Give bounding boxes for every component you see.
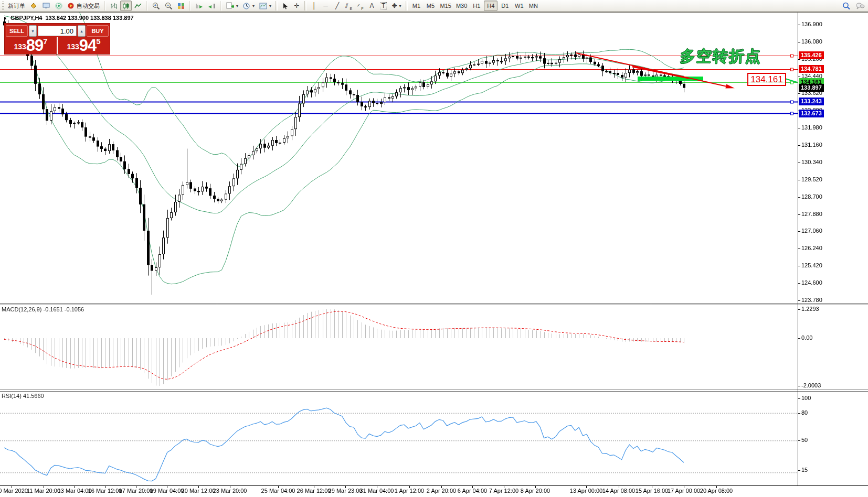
channel-icon: ⫽ xyxy=(345,3,348,9)
text-tool-button[interactable]: A xyxy=(366,1,377,11)
search-button[interactable] xyxy=(840,1,853,11)
buy-button[interactable]: BUY xyxy=(87,25,109,37)
text-tool-icon: A xyxy=(370,3,374,9)
crosshair-tool-button[interactable]: ✛ xyxy=(291,1,302,11)
hline-tool-button[interactable]: ─ xyxy=(320,1,331,11)
fibonacci-tool-button[interactable]: 𝄍 F xyxy=(355,1,366,11)
signals-button[interactable] xyxy=(53,1,65,11)
timeframe-m1[interactable]: M1 xyxy=(410,1,424,11)
trendline-tool-button[interactable]: ╱ xyxy=(332,1,343,11)
price-tick-label: 125.420 xyxy=(801,262,822,268)
bar-chart-icon xyxy=(110,3,118,9)
timeframe-h1[interactable]: H1 xyxy=(470,1,483,11)
price-tick-label: 124.600 xyxy=(801,279,822,286)
add-indicator-caret[interactable]: ▾ xyxy=(236,4,238,8)
chat-button[interactable] xyxy=(853,1,867,11)
time-axis-label: 1 Apr 12:00 xyxy=(395,488,424,494)
new-order-button[interactable]: 新订单 xyxy=(6,1,27,11)
charts-profile-button[interactable] xyxy=(28,1,40,11)
auto-scroll-button[interactable] xyxy=(193,1,205,11)
sell-price[interactable]: 133 89 7 xyxy=(5,37,58,54)
symbol-ohlc: 133.842 133.900 133.838 133.897 xyxy=(45,15,133,21)
line-chart-button[interactable] xyxy=(132,1,144,11)
zoom-in-icon xyxy=(152,2,160,9)
vline-icon: │ xyxy=(312,3,316,9)
collapse-icon[interactable]: ▲ xyxy=(3,16,7,20)
monitor-icon xyxy=(43,3,50,9)
macd-tick-label: 1.2293 xyxy=(801,306,819,312)
cursor-tool-button[interactable] xyxy=(280,1,291,11)
timeframe-m30[interactable]: M30 xyxy=(454,1,469,11)
buy-price-big: 94 xyxy=(79,38,96,53)
price-tick-label: 128.700 xyxy=(801,193,822,200)
arrows-icon: ✥ xyxy=(391,3,397,9)
time-axis-label: 23 Mar 20:00 xyxy=(213,488,247,494)
price-tick-label: 130.340 xyxy=(801,159,822,165)
auto-scroll-icon xyxy=(195,3,203,9)
timeframe-m15[interactable]: M15 xyxy=(438,1,453,11)
search-icon xyxy=(842,2,851,10)
periods-button[interactable]: ▾ xyxy=(241,1,257,11)
arrows-tool-button[interactable]: ✥ ▾ xyxy=(389,1,403,11)
buy-price-prefix: 133 xyxy=(67,40,79,53)
time-axis-label: 15 Apr 16:00 xyxy=(636,488,668,494)
turning-point-annotation[interactable]: 多空转折点 xyxy=(680,46,762,67)
price-tick-label: 131.980 xyxy=(801,124,822,131)
timeframe-mn[interactable]: MN xyxy=(526,1,540,11)
time-axis-label: 20 Mar 12:00 xyxy=(182,488,216,494)
chart-shift-button[interactable] xyxy=(206,1,218,11)
vline-tool-button[interactable]: │ xyxy=(309,1,320,11)
market-watch-button[interactable] xyxy=(40,1,52,11)
signal-icon xyxy=(55,3,63,9)
volume-input[interactable] xyxy=(38,26,77,36)
time-axis-label: 14 Apr 08:00 xyxy=(602,488,635,494)
price-level-box[interactable]: 134.161 xyxy=(747,73,786,86)
time-axis-label: 16 Mar 12:00 xyxy=(88,488,122,494)
sell-button[interactable]: SELL xyxy=(6,25,28,37)
periods-caret[interactable]: ▾ xyxy=(252,4,255,8)
zoom-in-button[interactable] xyxy=(150,1,162,11)
timeframe-bar: M1M5M15M30H1H4D1W1MN xyxy=(410,1,541,11)
timeframe-m5[interactable]: M5 xyxy=(424,1,438,11)
volume-increase-button[interactable]: ▲ xyxy=(78,25,86,37)
price-tick-label: 126.240 xyxy=(801,245,822,251)
zoom-out-button[interactable] xyxy=(163,1,175,11)
buy-price[interactable]: 133 94 5 xyxy=(58,37,110,54)
macd-tick-label: -2.0003 xyxy=(801,382,821,388)
template-icon xyxy=(259,3,267,9)
sell-price-sup: 7 xyxy=(43,38,47,45)
timeframe-h4[interactable]: H4 xyxy=(484,1,497,11)
chart-area[interactable] xyxy=(0,0,868,497)
tile-windows-button[interactable] xyxy=(175,1,187,11)
timeframe-d1[interactable]: D1 xyxy=(498,1,512,11)
price-tick-label: 123.780 xyxy=(801,297,822,303)
time-axis-label: 6 Apr 04:00 xyxy=(458,488,487,494)
candlestick-chart-icon xyxy=(122,3,130,9)
time-axis-label: 8 Apr 20:00 xyxy=(521,488,550,494)
price-tag-132.673: 132.673 xyxy=(799,110,824,117)
sell-price-big: 89 xyxy=(26,38,43,53)
candlestick-chart-button[interactable] xyxy=(120,1,132,11)
rsi-tick-label: 100 xyxy=(801,395,811,401)
line-chart-icon xyxy=(134,3,142,9)
add-indicator-button[interactable]: ▾ xyxy=(224,1,240,11)
rsi-tick-label: 80 xyxy=(801,409,808,416)
time-axis-label: 2 Apr 20:00 xyxy=(427,488,456,494)
arrows-caret[interactable]: ▾ xyxy=(399,4,401,8)
templates-button[interactable]: ▾ xyxy=(257,1,273,11)
toolbar-drag-handle[interactable] xyxy=(2,2,4,10)
price-tag-133.243: 133.243 xyxy=(799,98,824,105)
price-tick-label: 136.900 xyxy=(801,21,822,27)
autotrading-icon xyxy=(68,3,75,9)
symbol-info[interactable]: ▲ GBPJPY,H4 133.842 133.900 133.838 133.… xyxy=(3,15,134,21)
hline-icon: ─ xyxy=(323,3,328,9)
bar-chart-button[interactable] xyxy=(108,1,120,11)
fibonacci-letter: F xyxy=(361,7,363,10)
buy-price-sup: 5 xyxy=(96,38,100,45)
volume-decrease-button[interactable]: ▼ xyxy=(29,25,37,37)
timeframe-w1[interactable]: W1 xyxy=(512,1,526,11)
text-label-tool-button[interactable]: T xyxy=(378,1,389,11)
channel-tool-button[interactable]: ⫽ E xyxy=(343,1,354,11)
templates-caret[interactable]: ▾ xyxy=(269,4,271,8)
autotrading-button[interactable]: 自动交易 xyxy=(66,1,102,11)
